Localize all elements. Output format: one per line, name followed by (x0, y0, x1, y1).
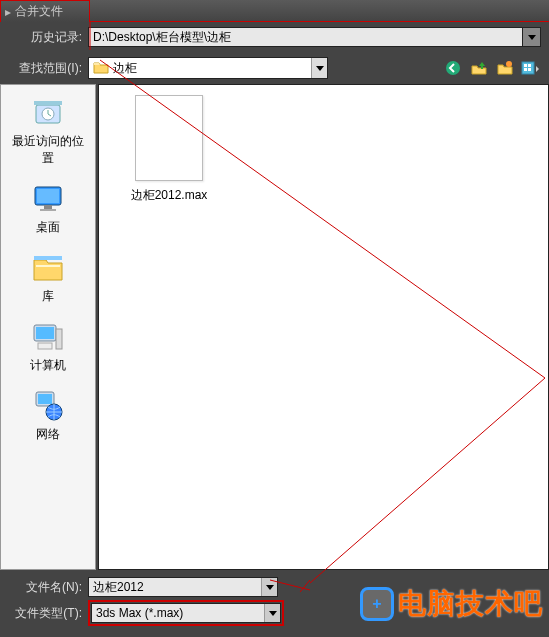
svg-rect-17 (36, 327, 54, 339)
sidebar-item-label: 库 (42, 288, 54, 305)
svg-rect-5 (524, 68, 527, 71)
history-input[interactable] (88, 27, 523, 47)
filetype-label: 文件类型(T): (8, 605, 88, 622)
lookin-dropdown-button[interactable] (311, 58, 327, 78)
svg-point-0 (446, 61, 460, 75)
svg-rect-6 (528, 68, 531, 71)
filetype-row: 文件类型(T): (8, 600, 541, 626)
sidebar-item-desktop[interactable]: 桌面 (8, 179, 88, 238)
svg-rect-18 (56, 329, 62, 349)
history-dropdown-button[interactable] (523, 27, 541, 47)
sidebar-item-label: 计算机 (30, 357, 66, 374)
lookin-row: 查找范围(I): 边柜 (0, 52, 549, 84)
new-folder-button[interactable] (495, 58, 515, 78)
svg-rect-3 (524, 64, 527, 67)
file-item[interactable]: 边柜2012.max (119, 95, 219, 204)
sidebar-item-recent[interactable]: 最近访问的位置 (8, 93, 88, 169)
svg-rect-19 (38, 343, 52, 349)
places-sidebar: 最近访问的位置 桌面 库 计算机 网络 (0, 84, 96, 570)
desktop-icon (30, 181, 66, 217)
title-caret-icon: ▸ (5, 5, 11, 19)
svg-rect-9 (34, 101, 62, 105)
folder-icon (93, 60, 109, 77)
svg-rect-14 (34, 256, 62, 260)
svg-rect-15 (36, 265, 60, 267)
libraries-icon (30, 250, 66, 286)
chevron-down-icon (266, 585, 274, 590)
filetype-input[interactable] (92, 606, 264, 620)
recent-icon (30, 95, 66, 131)
window-title: 合并文件 (15, 3, 63, 20)
filename-input[interactable] (89, 580, 261, 594)
filetype-combo[interactable] (91, 603, 281, 623)
chevron-down-icon (528, 35, 536, 40)
filetype-dropdown-button[interactable] (264, 604, 280, 622)
file-thumbnail-icon (135, 95, 203, 181)
bottom-panel: 文件名(N): 文件类型(T): (0, 570, 549, 633)
chevron-down-icon (269, 611, 277, 616)
sidebar-item-network[interactable]: 网络 (8, 386, 88, 445)
file-name-label: 边柜2012.max (119, 187, 219, 204)
sidebar-item-libraries[interactable]: 库 (8, 248, 88, 307)
title-bar-rest (90, 0, 549, 22)
up-button[interactable] (469, 58, 489, 78)
lookin-text: 边柜 (113, 60, 311, 77)
history-row: 历史记录: (0, 22, 549, 52)
computer-icon (30, 319, 66, 355)
filename-dropdown-button[interactable] (261, 578, 277, 596)
svg-rect-12 (44, 205, 52, 209)
back-icon (445, 60, 461, 76)
sidebar-item-label: 网络 (36, 426, 60, 443)
sidebar-item-computer[interactable]: 计算机 (8, 317, 88, 376)
back-button[interactable] (443, 58, 463, 78)
filename-label: 文件名(N): (8, 579, 88, 596)
lookin-label: 查找范围(I): (8, 60, 88, 77)
svg-point-1 (506, 61, 512, 67)
network-icon (30, 388, 66, 424)
history-label: 历史记录: (8, 29, 88, 46)
svg-rect-13 (40, 209, 56, 211)
main-area: 最近访问的位置 桌面 库 计算机 网络 边柜2012.max (0, 84, 549, 570)
svg-rect-11 (37, 189, 59, 203)
lookin-combo[interactable]: 边柜 (88, 57, 328, 79)
sidebar-item-label: 最近访问的位置 (10, 133, 86, 167)
view-menu-button[interactable] (521, 58, 541, 78)
title-bar: ▸ 合并文件 (0, 0, 90, 22)
filename-row: 文件名(N): (8, 577, 541, 597)
filename-combo[interactable] (88, 577, 278, 597)
svg-rect-21 (38, 394, 52, 404)
up-icon (471, 60, 487, 76)
file-list-area[interactable]: 边柜2012.max (98, 84, 549, 570)
chevron-down-icon (316, 66, 324, 71)
new-folder-icon (497, 60, 513, 76)
svg-rect-4 (528, 64, 531, 67)
view-menu-icon (521, 60, 541, 76)
sidebar-item-label: 桌面 (36, 219, 60, 236)
